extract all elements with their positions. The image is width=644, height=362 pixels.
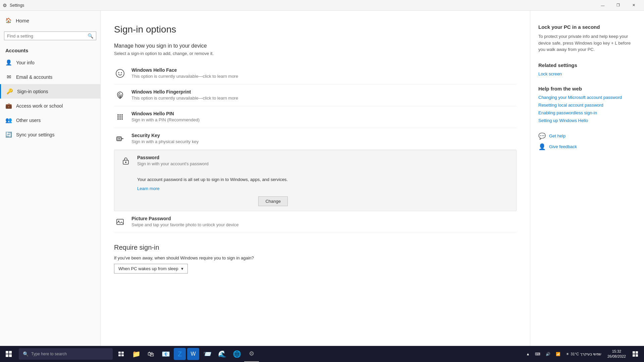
change-password-button[interactable]: Change bbox=[258, 196, 288, 206]
close-button[interactable]: ✕ bbox=[626, 0, 641, 11]
password-expanded-text: Your account password is all set up to s… bbox=[137, 177, 288, 182]
get-help-icon: 💬 bbox=[538, 132, 546, 140]
related-settings-section: Related settings Lock screen bbox=[538, 62, 636, 76]
sidebar-item-label: Access work or school bbox=[16, 103, 63, 109]
svg-point-6 bbox=[117, 116, 119, 118]
file-explorer-icon[interactable]: 📁 bbox=[129, 346, 144, 362]
speaker-icon-btn[interactable]: 🔊 bbox=[543, 351, 553, 358]
help-from-web-title: Help from the web bbox=[538, 86, 636, 92]
sync-icon: 🔄 bbox=[5, 131, 12, 138]
pin-option-title: Windows Hello PIN bbox=[131, 111, 517, 116]
main-panel: Sign-in options Manage how you sign in t… bbox=[101, 11, 530, 346]
pin-option-text: Windows Hello PIN Sign in with a PIN (Re… bbox=[131, 111, 517, 122]
lock-screen-link[interactable]: Lock screen bbox=[538, 71, 636, 76]
svg-point-4 bbox=[119, 114, 121, 116]
taskbar-search-box[interactable]: 🔍 Type here to search bbox=[19, 348, 113, 360]
svg-point-18 bbox=[125, 162, 126, 163]
help-link-2[interactable]: Enabling passwordless sign-in bbox=[538, 110, 636, 115]
sidebar-item-label: Other users bbox=[16, 118, 41, 123]
face-option-title: Windows Hello Face bbox=[131, 67, 517, 73]
help-link-0[interactable]: Changing your Microsoft account password bbox=[538, 95, 636, 100]
help-link-1[interactable]: Resetting local account password bbox=[538, 103, 636, 108]
get-help-item[interactable]: 💬 Get help bbox=[538, 132, 636, 140]
notification-center-button[interactable] bbox=[629, 346, 641, 362]
svg-point-10 bbox=[119, 118, 121, 120]
learn-more-link[interactable]: Learn more bbox=[137, 186, 288, 191]
svg-rect-32 bbox=[633, 354, 635, 357]
sidebar-item-other-users[interactable]: 👥 Other users bbox=[0, 113, 100, 127]
word-icon[interactable]: W bbox=[187, 348, 199, 360]
chrome-icon[interactable]: 🌐 bbox=[229, 346, 244, 362]
give-feedback-item[interactable]: 👤 Give feedback bbox=[538, 143, 636, 150]
svg-point-16 bbox=[118, 138, 120, 139]
title-bar-controls: — ❐ ✕ bbox=[595, 0, 641, 11]
face-option-desc: This option is currently unavailable—cli… bbox=[131, 74, 517, 79]
signin-option-picture-password[interactable]: Picture Password Swipe and tap your favo… bbox=[114, 211, 517, 233]
require-signin-dropdown[interactable]: When PC wakes up from sleep ▾ bbox=[114, 264, 188, 274]
signin-option-password[interactable]: Password Sign in with your account's pas… bbox=[114, 150, 517, 211]
sidebar-item-email-accounts[interactable]: ✉ Email & accounts bbox=[0, 70, 100, 84]
picture-password-option-text: Picture Password Swipe and tap your favo… bbox=[131, 216, 517, 227]
svg-rect-30 bbox=[636, 351, 638, 354]
search-input[interactable] bbox=[7, 34, 88, 39]
related-settings-title: Related settings bbox=[538, 62, 636, 68]
person-icon: 👤 bbox=[5, 59, 12, 66]
outlook-icon[interactable]: 📨 bbox=[200, 346, 215, 362]
signin-option-fingerprint[interactable]: Windows Hello Fingerprint This option is… bbox=[114, 84, 517, 106]
signin-option-security-key[interactable]: Security Key Sign in with a physical sec… bbox=[114, 128, 517, 150]
title-bar: ⚙ Settings — ❐ ✕ bbox=[0, 0, 644, 11]
minimize-button[interactable]: — bbox=[595, 0, 610, 11]
zoom-icon[interactable]: Z bbox=[174, 348, 186, 360]
clock-display[interactable]: 15:32 26/08/2022 bbox=[604, 348, 629, 361]
sidebar-item-sign-in-options[interactable]: 🔑 Sign-in options bbox=[0, 84, 100, 99]
keyboard-icon-btn[interactable]: ⌨ bbox=[532, 351, 543, 358]
sidebar-item-your-info[interactable]: 👤 Your info bbox=[0, 55, 100, 70]
sidebar-item-access-work[interactable]: 💼 Access work or school bbox=[0, 99, 100, 113]
fingerprint-option-title: Windows Hello Fingerprint bbox=[131, 89, 517, 95]
get-help-link[interactable]: Get help bbox=[549, 133, 566, 138]
system-tray[interactable]: ▲ bbox=[523, 351, 532, 357]
settings-app-icon[interactable]: ⚙ bbox=[244, 346, 259, 362]
svg-rect-27 bbox=[118, 354, 121, 356]
signin-option-face[interactable]: Windows Hello Face This option is curren… bbox=[114, 63, 517, 84]
task-view-button[interactable] bbox=[114, 346, 129, 362]
maximize-button[interactable]: ❐ bbox=[610, 0, 626, 11]
date-display: 26/08/2022 bbox=[607, 354, 626, 359]
security-key-option-title: Security Key bbox=[131, 133, 517, 138]
store-icon[interactable]: 🛍 bbox=[144, 346, 158, 362]
svg-rect-28 bbox=[121, 354, 124, 356]
search-icon: 🔍 bbox=[88, 33, 93, 39]
svg-rect-24 bbox=[9, 354, 12, 357]
svg-point-7 bbox=[119, 116, 121, 118]
mail-app-icon[interactable]: 📧 bbox=[158, 346, 173, 362]
pin-option-desc: Sign in with a PIN (Recommended) bbox=[131, 117, 517, 122]
sidebar-item-sync-settings[interactable]: 🔄 Sync your settings bbox=[0, 127, 100, 142]
help-from-web-section: Help from the web Changing your Microsof… bbox=[538, 86, 636, 123]
sidebar-search-box[interactable]: 🔍 bbox=[4, 32, 96, 40]
sidebar-home-button[interactable]: 🏠 Home bbox=[0, 11, 100, 30]
face-option-text: Windows Hello Face This option is curren… bbox=[131, 67, 517, 79]
svg-point-1 bbox=[118, 72, 119, 73]
people-icon: 👥 bbox=[5, 117, 12, 123]
svg-rect-26 bbox=[121, 352, 124, 354]
lock-pc-title: Lock your PC in a second bbox=[538, 24, 636, 30]
signin-option-pin[interactable]: Windows Hello PIN Sign in with a PIN (Re… bbox=[114, 106, 517, 128]
require-signin-title: Require sign-in bbox=[114, 244, 517, 251]
location-text: שמשי בעיקרך bbox=[580, 352, 601, 356]
sidebar-section-title: Accounts bbox=[0, 44, 100, 55]
edge-icon[interactable]: 🌊 bbox=[215, 346, 229, 362]
network-icon[interactable]: 📶 bbox=[553, 351, 563, 358]
give-feedback-link[interactable]: Give feedback bbox=[549, 144, 577, 149]
help-link-3[interactable]: Setting up Windows Hello bbox=[538, 118, 636, 123]
svg-point-8 bbox=[121, 116, 123, 118]
start-button[interactable] bbox=[0, 346, 17, 362]
get-help-section: 💬 Get help 👤 Give feedback bbox=[538, 132, 636, 150]
title-bar-text: Settings bbox=[10, 3, 24, 8]
picture-password-option-desc: Swipe and tap your favorite photo to unl… bbox=[131, 222, 517, 227]
section-subtitle: Manage how you sign in to your device bbox=[114, 43, 517, 49]
weather-icon: ☀ bbox=[566, 352, 569, 356]
svg-point-3 bbox=[117, 114, 119, 116]
password-option-desc: Sign in with your account's password bbox=[137, 161, 209, 166]
lock-pc-text: To protect your private info and help ke… bbox=[538, 33, 636, 53]
taskbar-search-icon: 🔍 bbox=[23, 351, 29, 357]
